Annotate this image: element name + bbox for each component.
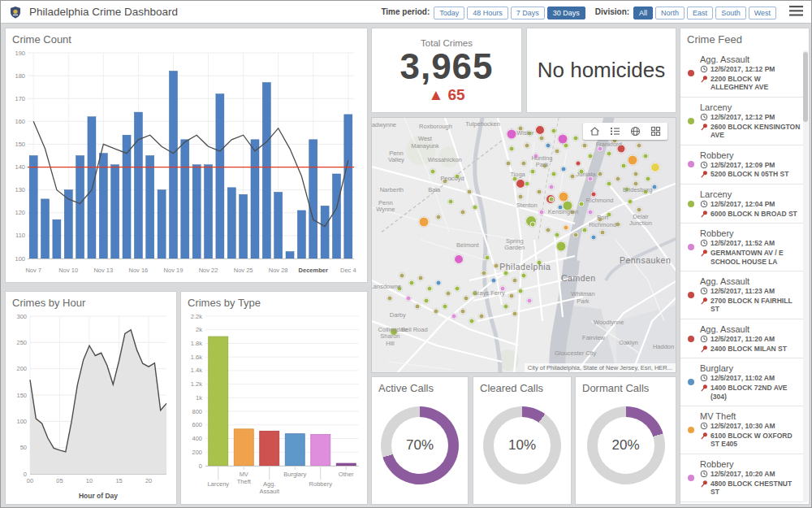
crime-incident-dot[interactable] — [548, 184, 554, 189]
crime-incident-dot[interactable] — [527, 298, 533, 304]
crime-incident-dot[interactable] — [615, 176, 620, 182]
feed-item[interactable]: Agg. Assault12/5/2017, 12:12 PM2200 BLOC… — [680, 50, 803, 98]
crime-incident-dot[interactable] — [512, 311, 517, 317]
crime-incident-dot[interactable] — [642, 189, 648, 194]
crime-incident-dot[interactable] — [633, 171, 639, 176]
crime-incident-dot[interactable] — [405, 296, 411, 302]
crime-incident-dot[interactable] — [454, 285, 460, 291]
feed-item[interactable]: Agg. Assault12/5/2017, 10:19 AM5500 BLOC… — [680, 502, 803, 504]
crime-incident-dot[interactable] — [569, 209, 575, 215]
crime-incident-dot[interactable] — [451, 314, 456, 319]
crime-incident-dot[interactable] — [506, 161, 512, 167]
crime-incident-dot[interactable] — [417, 276, 423, 281]
crime-incident-dot[interactable] — [555, 148, 560, 154]
crime-incident-dot[interactable] — [433, 308, 438, 314]
crime-incident-dot[interactable] — [535, 125, 545, 135]
crime-incident-dot[interactable] — [499, 285, 505, 291]
crime-incident-dot[interactable] — [539, 136, 545, 141]
crime-incident-dot[interactable] — [588, 176, 594, 182]
crime-incident-dot[interactable] — [533, 153, 538, 158]
crime-incident-dot[interactable] — [637, 206, 642, 212]
division-button-west[interactable]: West — [749, 7, 776, 20]
crime-incident-dot[interactable] — [624, 186, 630, 192]
crime-incident-dot[interactable] — [503, 303, 508, 309]
feed-item[interactable]: MV Theft12/5/2017, 10:30 AM6100 BLOCK W … — [680, 406, 803, 454]
crime-incident-dot[interactable] — [506, 129, 516, 140]
crime-incident-dot[interactable] — [415, 303, 421, 309]
crime-incident-dot[interactable] — [600, 229, 606, 235]
crime-incident-dot[interactable] — [490, 278, 496, 284]
time-period-button-7-days[interactable]: 7 Days — [511, 7, 545, 20]
crime-incident-dot[interactable] — [560, 166, 566, 172]
crime-incident-dot[interactable] — [564, 143, 569, 149]
crime-incident-dot[interactable] — [509, 293, 515, 299]
crime-incident-dot[interactable] — [527, 130, 533, 136]
crime-incident-dot[interactable] — [548, 197, 554, 202]
crime-incident-dot[interactable] — [445, 290, 451, 296]
crime-incident-dot[interactable] — [597, 145, 603, 151]
division-button-north[interactable]: North — [655, 7, 685, 20]
map-panel[interactable]: GladwynneRoxboroughTulpehockenWisterWest… — [371, 117, 676, 373]
crime-incident-dot[interactable] — [521, 161, 527, 167]
feed-item[interactable]: Agg. Assault12/5/2017, 11:23 AM2700 BLOC… — [680, 271, 803, 319]
crime-incident-dot[interactable] — [637, 143, 642, 149]
crime-incident-dot[interactable] — [530, 168, 536, 174]
crime-incident-dot[interactable] — [466, 189, 472, 194]
crime-incident-dot[interactable] — [503, 270, 508, 276]
crime-incident-dot[interactable] — [579, 202, 585, 207]
crime-incident-dot[interactable] — [536, 260, 542, 266]
crime-incident-dot[interactable] — [436, 280, 442, 286]
crime-incident-dot[interactable] — [627, 199, 633, 205]
crime-incident-dot[interactable] — [551, 128, 557, 133]
apps-grid-icon[interactable] — [648, 125, 663, 137]
crime-incident-dot[interactable] — [542, 163, 548, 169]
crime-incident-dot[interactable] — [390, 328, 398, 336]
feed-scrollbar-thumb[interactable] — [803, 52, 808, 122]
crime-incident-dot[interactable] — [572, 136, 578, 141]
crime-incident-dot[interactable] — [530, 222, 536, 228]
feed-item[interactable]: Robbery12/5/2017, 12:09 PM5200 BLOCK N 0… — [680, 145, 803, 185]
crime-incident-dot[interactable] — [551, 171, 557, 176]
crime-incident-dot[interactable] — [581, 227, 587, 232]
crime-incident-dot[interactable] — [424, 298, 430, 304]
crime-incident-dot[interactable] — [494, 263, 499, 268]
hamburger-menu-icon[interactable] — [788, 4, 805, 20]
crime-incident-dot[interactable] — [442, 303, 447, 309]
crime-incident-dot[interactable] — [408, 280, 414, 286]
crime-incident-dot[interactable] — [430, 168, 435, 174]
crime-incident-dot[interactable] — [606, 211, 611, 217]
crime-incident-dot[interactable] — [579, 168, 585, 174]
feed-item[interactable]: Robbery12/5/2017, 11:52 AMGERMANTOWN AV … — [680, 224, 803, 271]
crime-incident-dot[interactable] — [556, 241, 567, 252]
legend-icon[interactable] — [607, 125, 623, 137]
crime-incident-dot[interactable] — [569, 173, 575, 179]
crime-incident-dot[interactable] — [518, 288, 524, 293]
crime-incident-dot[interactable] — [617, 144, 626, 153]
division-button-east[interactable]: East — [687, 7, 713, 20]
crime-incident-dot[interactable] — [627, 154, 637, 165]
crime-incident-dot[interactable] — [485, 255, 490, 261]
crime-incident-dot[interactable] — [509, 145, 515, 151]
map-canvas[interactable]: GladwynneRoxboroughTulpehockenWisterWest… — [372, 118, 676, 372]
crime-incident-dot[interactable] — [460, 308, 466, 314]
crime-incident-dot[interactable] — [482, 270, 487, 276]
crime-incident-dot[interactable] — [621, 163, 627, 169]
crime-incident-dot[interactable] — [448, 199, 454, 205]
crime-incident-dot[interactable] — [524, 181, 529, 187]
crime-incident-dot[interactable] — [442, 179, 447, 185]
crime-incident-dot[interactable] — [436, 215, 442, 220]
crime-incident-dot[interactable] — [469, 319, 475, 324]
time-period-button-30-days[interactable]: 30 Days — [547, 7, 585, 20]
division-button-all[interactable]: All — [633, 7, 653, 20]
crime-incident-dot[interactable] — [473, 290, 478, 296]
basemap-icon[interactable] — [628, 125, 643, 137]
crime-incident-dot[interactable] — [518, 194, 524, 200]
crime-incident-dot[interactable] — [642, 153, 648, 158]
crime-incident-dot[interactable] — [419, 217, 430, 228]
crime-incident-dot[interactable] — [588, 209, 594, 215]
crime-incident-dot[interactable] — [454, 173, 460, 179]
crime-incident-dot[interactable] — [615, 222, 620, 228]
crime-incident-dot[interactable] — [387, 296, 393, 302]
crime-incident-dot[interactable] — [512, 176, 517, 182]
crime-incident-dot[interactable] — [557, 204, 563, 210]
